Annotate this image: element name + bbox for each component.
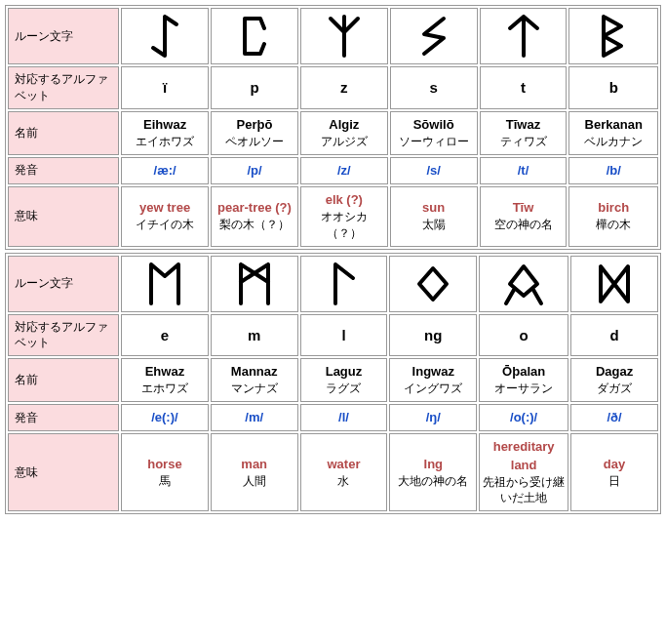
row-header-name: 名前 xyxy=(8,358,119,402)
name-jp: ソーウィロー xyxy=(393,134,475,150)
cell-pronunciation: /ð/ xyxy=(570,404,658,431)
cell-meaning: man人間 xyxy=(211,433,298,511)
cell-name: Laguzラグズ xyxy=(300,358,388,402)
meaning-jp: イチイの木 xyxy=(124,217,206,233)
cell-meaning: birch樺の木 xyxy=(568,186,658,247)
cell-name: Algizアルジズ xyxy=(300,111,388,155)
pronunciation: /p/ xyxy=(247,163,261,178)
cell-pronunciation: /o(:)/ xyxy=(479,404,568,431)
cell-rune xyxy=(211,8,298,64)
meaning-en: yew tree xyxy=(124,199,206,217)
cell-pronunciation: /s/ xyxy=(390,157,478,184)
alphabet-letter: o xyxy=(520,327,529,343)
cell-pronunciation: /m/ xyxy=(211,404,298,431)
cell-meaning: day日 xyxy=(570,433,658,511)
meaning-en: pear-tree (?) xyxy=(214,199,295,217)
meaning-en: elk (?) xyxy=(303,191,385,209)
cell-meaning: horse馬 xyxy=(121,433,209,511)
cell-alphabet: l xyxy=(300,314,388,357)
alphabet-letter: p xyxy=(250,79,258,96)
row-header-pronunciation: 発音 xyxy=(8,157,119,184)
cell-name: Dagazダガズ xyxy=(570,358,658,402)
meaning-jp: 先祖から受け継いだ土地 xyxy=(482,474,566,507)
meaning-en: birch xyxy=(571,199,655,217)
meaning-en: day xyxy=(573,456,655,473)
name-jp: ダガズ xyxy=(573,381,655,397)
alphabet-letter: m xyxy=(248,327,260,343)
meaning-en: man xyxy=(214,456,295,473)
name-en: Algiz xyxy=(303,116,385,134)
meaning-en: Ing xyxy=(392,456,474,473)
cell-meaning: pear-tree (?)梨の木（？） xyxy=(211,186,298,247)
name-en: Ehwaz xyxy=(124,363,206,381)
name-en: Sōwilō xyxy=(393,116,475,134)
cell-alphabet: d xyxy=(570,314,658,357)
cell-pronunciation: /l/ xyxy=(300,404,388,431)
name-jp: ラグズ xyxy=(303,381,385,397)
alphabet-letter: t xyxy=(521,79,526,96)
meaning-jp: 大地の神の名 xyxy=(392,473,474,490)
alphabet-letter: b xyxy=(609,79,618,96)
cell-rune xyxy=(479,256,568,312)
pronunciation: /o(:)/ xyxy=(510,410,537,424)
cell-rune xyxy=(300,256,388,312)
meaning-jp: 馬 xyxy=(124,473,206,490)
cell-alphabet: m xyxy=(211,314,298,357)
meaning-jp: 日 xyxy=(573,473,655,490)
cell-pronunciation: /e(:)/ xyxy=(121,404,209,431)
meaning-en: water xyxy=(303,456,385,473)
cell-meaning: yew treeイチイの木 xyxy=(121,186,209,247)
cell-pronunciation: /ŋ/ xyxy=(389,404,477,431)
pronunciation: /s/ xyxy=(426,163,440,178)
name-en: Ōþalan xyxy=(482,363,566,381)
row-header-name: 名前 xyxy=(8,111,119,155)
alphabet-letter: d xyxy=(609,327,618,343)
alphabet-letter: z xyxy=(340,79,348,96)
name-en: Ingwaz xyxy=(392,363,474,381)
pronunciation: /ð/ xyxy=(607,410,621,424)
cell-alphabet: ng xyxy=(389,314,477,357)
rune-glyph xyxy=(214,261,295,307)
rune-glyph xyxy=(392,261,474,307)
meaning-jp: 太陽 xyxy=(393,217,475,233)
name-jp: ティワズ xyxy=(483,134,565,150)
row-header-meaning: 意味 xyxy=(8,186,119,247)
name-jp: ペオルソー xyxy=(214,134,295,150)
name-en: Perþō xyxy=(214,116,295,134)
cell-rune xyxy=(568,8,658,64)
meaning-jp: 人間 xyxy=(214,473,295,490)
cell-alphabet: e xyxy=(121,314,209,357)
rune-glyph xyxy=(393,13,475,60)
cell-alphabet: p xyxy=(211,66,298,109)
cell-name: Berkananベルカナン xyxy=(568,111,658,155)
rune-table-0: ルーン文字対応するアルファベットïpzstb名前EihwazエイホワズPerþō… xyxy=(5,5,661,250)
row-header-alphabet: 対応するアルファベット xyxy=(8,66,119,109)
meaning-en: Tīw xyxy=(483,199,565,217)
cell-pronunciation: /t/ xyxy=(480,157,568,184)
meaning-jp: 水 xyxy=(303,473,385,490)
row-header-rune: ルーン文字 xyxy=(8,8,119,64)
cell-pronunciation: /p/ xyxy=(211,157,298,184)
cell-rune xyxy=(390,8,478,64)
name-en: Mannaz xyxy=(214,363,295,381)
rune-glyph xyxy=(303,261,385,307)
pronunciation: /m/ xyxy=(245,410,263,424)
cell-alphabet: s xyxy=(390,66,478,109)
name-jp: エイホワズ xyxy=(124,134,206,150)
name-jp: ベルカナン xyxy=(571,134,655,150)
pronunciation: /ŋ/ xyxy=(426,410,441,424)
name-en: Eihwaz xyxy=(124,116,206,134)
rune-glyph xyxy=(482,261,566,307)
meaning-en: sun xyxy=(393,199,475,217)
name-en: Laguz xyxy=(303,363,385,381)
cell-alphabet: z xyxy=(300,66,388,109)
cell-meaning: sun太陽 xyxy=(390,186,478,247)
name-jp: イングワズ xyxy=(392,381,474,397)
name-jp: アルジズ xyxy=(303,134,385,150)
cell-name: Mannazマンナズ xyxy=(211,358,298,402)
name-en: Tīwaz xyxy=(483,116,565,134)
rune-glyph xyxy=(124,261,206,307)
cell-name: Eihwazエイホワズ xyxy=(121,111,209,155)
rune-glyph xyxy=(483,13,565,60)
pronunciation: /b/ xyxy=(607,163,621,178)
